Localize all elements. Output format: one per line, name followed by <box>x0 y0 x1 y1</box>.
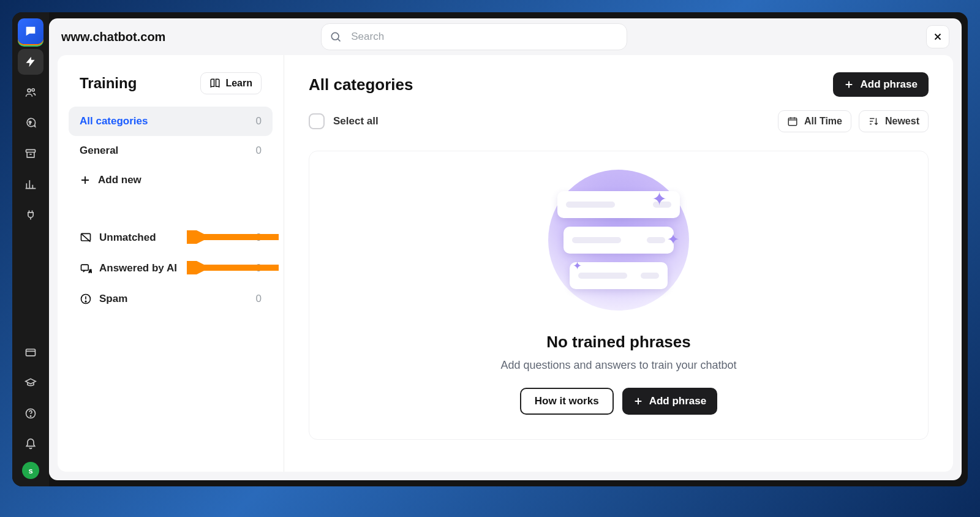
breadcrumb: www.chatbot.com <box>61 30 165 44</box>
panel-title: All categories <box>309 75 413 94</box>
svg-rect-9 <box>81 265 89 270</box>
training-sidebar: Training Learn All categories 0 General … <box>58 55 284 472</box>
svg-point-1 <box>32 89 34 91</box>
add-new-label: Add new <box>98 174 141 186</box>
how-it-works-button[interactable]: How it works <box>520 388 614 415</box>
empty-add-phrase-button[interactable]: Add phrase <box>622 388 718 415</box>
app-logo-icon[interactable] <box>18 18 43 44</box>
category-general[interactable]: General 0 <box>69 136 273 165</box>
sort-icon <box>868 116 879 127</box>
nav-training-icon[interactable] <box>18 49 43 75</box>
section-spam[interactable]: Spam 0 <box>69 287 273 311</box>
learn-button[interactable]: Learn <box>200 72 262 94</box>
section-label: Spam <box>99 293 127 305</box>
checkbox[interactable] <box>309 113 325 129</box>
content: Training Learn All categories 0 General … <box>58 55 953 472</box>
add-phrase-label: Add phrase <box>649 395 707 407</box>
main-area: www.chatbot.com Training <box>49 18 962 480</box>
nav-integrations-icon[interactable] <box>18 202 43 228</box>
left-nav: ? s <box>12 12 49 486</box>
select-all-label: Select all <box>333 115 379 127</box>
category-label: All categories <box>80 115 148 127</box>
plus-icon <box>633 396 643 406</box>
svg-point-6 <box>30 416 31 417</box>
sparkle-icon: ✦ <box>667 231 679 248</box>
book-icon <box>209 78 221 89</box>
svg-rect-15 <box>788 118 797 126</box>
unmatched-icon <box>80 232 92 244</box>
empty-illustration: ✦ ✦ ✦ <box>548 170 689 311</box>
calendar-icon <box>787 116 798 127</box>
add-category-button[interactable]: Add new <box>69 165 273 195</box>
section-list: Unmatched 0 AI Answered by AI 0 <box>69 225 273 311</box>
svg-rect-4 <box>26 349 36 356</box>
close-button[interactable] <box>926 25 949 48</box>
plus-icon <box>80 175 91 186</box>
empty-title: No trained phrases <box>546 333 691 352</box>
category-count: 0 <box>256 115 262 127</box>
annotation-arrow-icon <box>187 230 279 244</box>
ai-icon: AI <box>80 262 92 274</box>
svg-text:?: ? <box>29 120 31 126</box>
sort-filter-label: Newest <box>885 116 919 127</box>
user-avatar[interactable]: s <box>22 462 39 479</box>
sparkle-icon: ✦ <box>652 188 667 209</box>
nav-learn-icon[interactable] <box>18 370 43 396</box>
search-wrap <box>321 23 627 50</box>
nav-billing-icon[interactable] <box>18 339 43 365</box>
nav-notifications-icon[interactable] <box>18 431 43 457</box>
search-input[interactable] <box>321 23 627 50</box>
svg-point-0 <box>28 89 31 92</box>
search-icon <box>330 31 342 43</box>
close-icon <box>932 31 943 42</box>
time-filter-button[interactable]: All Time <box>778 110 851 132</box>
sidebar-title: Training <box>80 75 137 92</box>
svg-point-12 <box>85 301 86 302</box>
time-filter-label: All Time <box>804 116 842 127</box>
plus-icon <box>844 80 854 89</box>
topbar: www.chatbot.com <box>49 18 962 55</box>
annotation-arrow-icon <box>187 261 279 274</box>
add-phrase-label: Add phrase <box>860 78 918 91</box>
category-count: 0 <box>256 145 262 157</box>
main-panel: All categories Add phrase Select all <box>284 55 953 472</box>
select-all[interactable]: Select all <box>309 113 379 129</box>
nav-analytics-icon[interactable] <box>18 172 43 197</box>
nav-chat-icon[interactable]: ? <box>18 110 43 136</box>
category-label: General <box>80 145 118 157</box>
learn-label: Learn <box>225 78 252 89</box>
empty-state: ✦ ✦ ✦ No trained phrases Add questions a… <box>309 151 929 440</box>
svg-rect-3 <box>26 149 36 152</box>
svg-text:AI: AI <box>89 269 92 273</box>
app-window: ? s <box>12 12 968 486</box>
sparkle-icon: ✦ <box>573 259 582 273</box>
nav-archive-icon[interactable] <box>18 141 43 167</box>
empty-subtitle: Add questions and answers to train your … <box>500 359 736 372</box>
category-all[interactable]: All categories 0 <box>69 107 273 136</box>
nav-help-icon[interactable] <box>18 401 43 426</box>
section-label: Answered by AI <box>99 262 177 274</box>
spam-icon <box>80 293 92 305</box>
sort-filter-button[interactable]: Newest <box>859 110 929 132</box>
nav-users-icon[interactable] <box>18 80 43 105</box>
section-label: Unmatched <box>99 232 156 244</box>
section-count: 0 <box>256 293 262 305</box>
add-phrase-button[interactable]: Add phrase <box>833 72 929 97</box>
svg-point-7 <box>332 32 339 40</box>
